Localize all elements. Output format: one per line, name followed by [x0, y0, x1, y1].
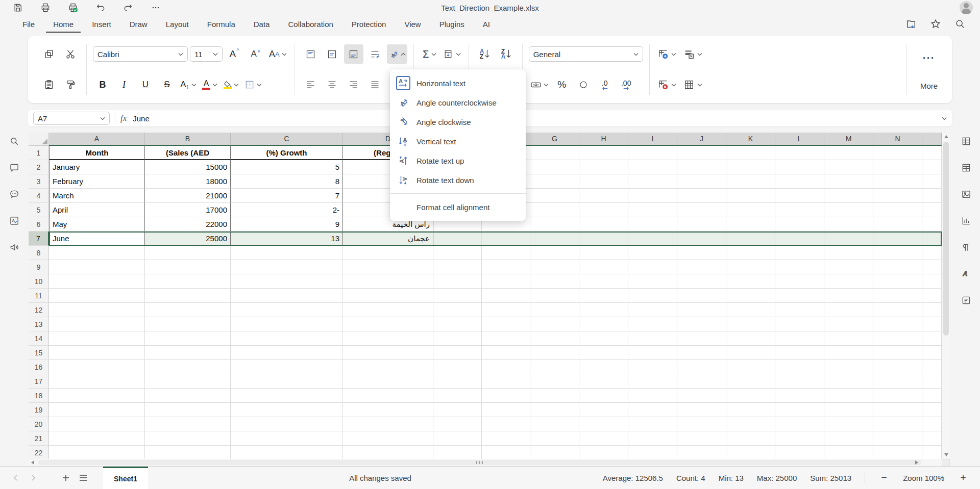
menu-item-vertical-text[interactable]: AVertical text	[390, 132, 526, 151]
cell-F19[interactable]	[482, 403, 530, 417]
cell-C14[interactable]	[231, 331, 343, 346]
search-icon[interactable]	[7, 134, 22, 149]
align-center-icon[interactable]	[323, 75, 342, 94]
cell-F9[interactable]	[482, 260, 530, 274]
chart-settings-icon[interactable]	[959, 213, 974, 228]
cell-M15[interactable]	[824, 346, 873, 360]
cell-K14[interactable]	[726, 331, 775, 346]
cell-partial10[interactable]	[922, 274, 942, 289]
cell-D20[interactable]	[343, 417, 433, 431]
cell-H10[interactable]	[579, 274, 628, 289]
column-header-L[interactable]: L	[775, 133, 824, 146]
cell-H5[interactable]	[579, 203, 628, 217]
cell-K10[interactable]	[726, 274, 775, 289]
subscript-icon[interactable]: A1	[179, 75, 198, 94]
column-header-B[interactable]: B	[145, 133, 231, 146]
cell-C11[interactable]	[231, 289, 343, 303]
scroll-left-icon[interactable]	[31, 460, 34, 465]
cell-K15[interactable]	[726, 346, 775, 360]
cell-M12[interactable]	[824, 303, 873, 317]
cell-H6[interactable]	[579, 217, 628, 231]
cell-F12[interactable]	[482, 303, 530, 317]
row-header-1[interactable]: 1	[29, 146, 49, 160]
search-icon[interactable]	[953, 17, 967, 31]
cell-K22[interactable]	[726, 446, 775, 459]
cell-partial12[interactable]	[922, 303, 942, 317]
cell-J13[interactable]	[677, 317, 726, 331]
slicer-settings-icon[interactable]	[959, 293, 974, 308]
column-header-A[interactable]: A	[49, 133, 145, 146]
cell-E9[interactable]	[433, 260, 482, 274]
open-file-location-icon[interactable]	[904, 17, 918, 31]
cell-I17[interactable]	[628, 374, 677, 389]
cell-H4[interactable]	[579, 189, 628, 203]
cell-E17[interactable]	[433, 374, 482, 389]
cell-L9[interactable]	[775, 260, 824, 274]
cell-M7[interactable]	[824, 231, 873, 246]
cell-L2[interactable]	[775, 160, 824, 174]
cell-B4[interactable]: 21000	[145, 189, 231, 203]
cell-K2[interactable]	[726, 160, 775, 174]
cell-G15[interactable]	[530, 346, 579, 360]
row-header-3[interactable]: 3	[29, 174, 49, 189]
tab-protection[interactable]: Protection	[345, 16, 394, 33]
cell-G4[interactable]	[530, 189, 579, 203]
justify-icon[interactable]	[365, 75, 385, 94]
cell-A17[interactable]	[49, 374, 145, 389]
number-format-combo[interactable]: General	[529, 46, 643, 62]
cell-partial20[interactable]	[922, 417, 942, 431]
cell-G17[interactable]	[530, 374, 579, 389]
horizontal-scrollbar[interactable]	[29, 459, 942, 466]
cell-I19[interactable]	[628, 403, 677, 417]
sort-ascending-icon[interactable]: AZ	[475, 44, 495, 64]
menu-item-rotate-text-up[interactable]: ARotate text up	[390, 151, 526, 170]
cell-partial1[interactable]	[922, 146, 942, 160]
tab-collaboration[interactable]: Collaboration	[281, 16, 340, 33]
more-dots-icon[interactable]	[149, 1, 162, 14]
cell-L20[interactable]	[775, 417, 824, 431]
cell-M18[interactable]	[824, 389, 873, 403]
cell-N4[interactable]	[873, 189, 922, 203]
decrease-font-size-icon[interactable]: A˅	[246, 44, 265, 64]
cell-E19[interactable]	[433, 403, 482, 417]
cell-G2[interactable]	[530, 160, 579, 174]
tab-home[interactable]: Home	[46, 16, 81, 33]
zoom-level[interactable]: Zoom 100%	[903, 474, 944, 482]
cell-J4[interactable]	[677, 189, 726, 203]
row-header-19[interactable]: 19	[29, 403, 49, 417]
cell-I8[interactable]	[628, 246, 677, 260]
cell-G13[interactable]	[530, 317, 579, 331]
cell-C2[interactable]: 5	[231, 160, 343, 174]
cell-C16[interactable]	[231, 360, 343, 374]
cell-L3[interactable]	[775, 174, 824, 189]
cell-H19[interactable]	[579, 403, 628, 417]
cell-G19[interactable]	[530, 403, 579, 417]
cell-D12[interactable]	[343, 303, 433, 317]
cell-partial13[interactable]	[922, 317, 942, 331]
cell-H8[interactable]	[579, 246, 628, 260]
row-header-6[interactable]: 6	[29, 217, 49, 231]
zoom-out-icon[interactable]: −	[878, 472, 890, 483]
column-header-N[interactable]: N	[873, 133, 922, 146]
cell-A14[interactable]	[49, 331, 145, 346]
align-top-icon[interactable]	[301, 44, 321, 64]
cell-partial22[interactable]	[922, 446, 942, 459]
borders-icon[interactable]	[243, 75, 263, 94]
cell-J2[interactable]	[677, 160, 726, 174]
row-header-20[interactable]: 20	[29, 417, 49, 431]
cell-A18[interactable]	[49, 389, 145, 403]
cell-K17[interactable]	[726, 374, 775, 389]
cell-partial19[interactable]	[922, 403, 942, 417]
sheet-list-icon[interactable]	[77, 471, 90, 484]
favorites-star-icon[interactable]	[929, 17, 942, 31]
cell-D18[interactable]	[343, 389, 433, 403]
row-header-12[interactable]: 12	[29, 303, 49, 317]
cell-K20[interactable]	[726, 417, 775, 431]
cell-C7[interactable]: 13	[231, 231, 343, 246]
align-right-icon[interactable]	[344, 75, 363, 94]
cell-N9[interactable]	[873, 260, 922, 274]
cell-D14[interactable]	[343, 331, 433, 346]
cell-I13[interactable]	[628, 317, 677, 331]
cell-N2[interactable]	[873, 160, 922, 174]
cell-M17[interactable]	[824, 374, 873, 389]
